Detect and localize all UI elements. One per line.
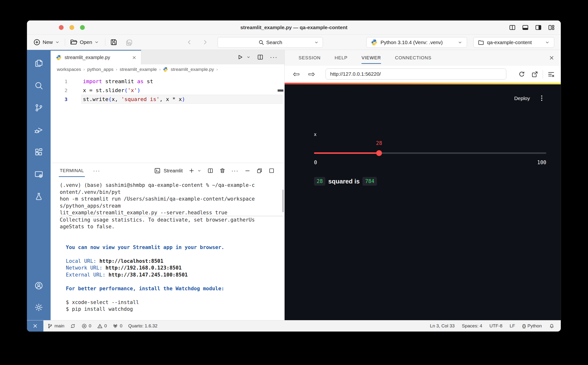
restore-panel-icon[interactable] <box>256 168 263 174</box>
status-item-utf-8[interactable]: UTF-8 <box>490 323 502 329</box>
status-item-ln-3-col-33[interactable]: Ln 3, Col 33 <box>430 323 455 329</box>
search-icon <box>258 40 264 45</box>
status-item-main[interactable]: main <box>47 323 64 329</box>
interpreter-selector[interactable]: Python 3.10.4 (Venv: .venv) <box>366 37 467 48</box>
remote-indicator[interactable] <box>27 320 43 331</box>
breadcrumb-item[interactable]: streamlit_example.py <box>171 67 214 72</box>
status-item-bell[interactable] <box>549 323 554 329</box>
search-label: Search <box>266 40 283 45</box>
split-editor-icon[interactable] <box>257 54 264 61</box>
status-item-0[interactable]: 0 <box>82 323 91 329</box>
open-button[interactable]: Open <box>70 35 99 50</box>
run-icon[interactable] <box>237 54 243 61</box>
open-external-icon[interactable] <box>531 71 538 78</box>
layout-columns-icon[interactable] <box>509 24 516 31</box>
panel-tab-connections[interactable]: CONNECTIONS <box>395 50 431 66</box>
status-item-python[interactable]: {}Python <box>522 323 542 329</box>
sidebar-item-search[interactable] <box>27 75 51 97</box>
console-session-icon <box>34 170 43 179</box>
save-button[interactable] <box>110 35 118 50</box>
status-item-spaces-4[interactable]: Spaces: 4 <box>462 323 483 329</box>
sidebar-item-extensions[interactable] <box>27 141 51 163</box>
status-item-lf[interactable]: LF <box>510 323 515 329</box>
maximize-panel-icon[interactable] <box>269 168 275 174</box>
close-tab-icon[interactable] <box>132 55 137 60</box>
tab-streamlit-example[interactable]: streamlit_example.py <box>51 50 141 64</box>
reload-icon[interactable] <box>518 71 525 78</box>
terminal-line <box>60 292 284 299</box>
history-forward-button[interactable] <box>202 35 208 50</box>
slider-thumb[interactable] <box>376 150 382 156</box>
panel-tab-bar: SESSIONHELPVIEWERCONNECTIONS <box>285 50 561 66</box>
deploy-button[interactable]: Deploy <box>514 95 530 101</box>
save-all-button[interactable] <box>125 35 133 50</box>
code-line[interactable]: 1import streamlit as st <box>51 77 284 86</box>
account-icon <box>34 281 43 290</box>
layout-custom-icon[interactable] <box>548 24 555 31</box>
result-value-badge: 28 <box>314 177 325 186</box>
breadcrumb-item[interactable]: workspaces <box>57 67 81 72</box>
minimize-panel-icon[interactable] <box>244 168 251 174</box>
sidebar-item-console-session[interactable] <box>27 163 51 185</box>
sidebar-item-source-control[interactable] <box>27 97 51 119</box>
status-item-quarto-1-6-32[interactable]: Quarto: 1.6.32 <box>128 323 157 329</box>
back-arrow-icon[interactable]: ⇦ <box>293 69 300 79</box>
trash-icon[interactable] <box>219 168 226 174</box>
explorer-icon <box>34 59 43 68</box>
code-text: import streamlit as st <box>68 78 153 84</box>
history-back-button[interactable] <box>186 35 193 50</box>
line-number: 1 <box>51 79 68 84</box>
slider-fill <box>314 152 379 154</box>
editor-actions: ··· <box>237 50 278 64</box>
sidebar-item-account[interactable] <box>27 275 51 296</box>
project-selector[interactable]: qa-example-content <box>473 37 554 48</box>
forward-arrow-icon[interactable]: ⇨ <box>308 69 315 79</box>
panel-tab-help[interactable]: HELP <box>334 50 347 66</box>
status-item-0[interactable]: 0 <box>97 323 107 329</box>
breadcrumb-item[interactable]: streamlit_example <box>120 67 157 72</box>
slider-track[interactable] <box>314 152 546 154</box>
breadcrumb-separator: › <box>83 67 85 72</box>
code-editor[interactable]: 1import streamlit as st2x = st.slider('x… <box>51 75 284 163</box>
tab-label: streamlit_example.py <box>65 55 110 60</box>
url-input[interactable]: http://127.0.0.1:56220/ <box>325 69 506 80</box>
panel-tab-viewer[interactable]: VIEWER <box>361 50 381 66</box>
status-item-0[interactable]: 0 <box>112 323 122 329</box>
close-panel-icon[interactable] <box>549 50 554 66</box>
code-line[interactable]: 3st.write(x, 'squared is', x * x) <box>51 95 284 104</box>
new-button[interactable]: New <box>33 35 60 50</box>
layout-panel-right-icon[interactable] <box>535 24 542 31</box>
terminal-line: External URL: http://38.147.245.100:8501 <box>60 272 284 278</box>
caret-down-icon <box>545 40 550 45</box>
code-line[interactable]: 2x = st.slider('x') <box>51 86 284 95</box>
terminal-session-label[interactable]: Streamlit <box>164 168 183 174</box>
terminal-more-icon[interactable]: ··· <box>93 167 100 174</box>
sidebar-item-testing[interactable] <box>27 185 51 208</box>
plus-icon[interactable] <box>188 168 195 174</box>
caret-down-icon[interactable] <box>197 168 201 173</box>
sidebar-item-explorer[interactable] <box>27 52 51 75</box>
terminal-scrollbar[interactable] <box>282 190 284 212</box>
new-button-label: New <box>43 39 53 45</box>
breadcrumb-item[interactable]: python_apps <box>87 67 113 72</box>
breadcrumb-separator: › <box>116 67 117 72</box>
terminal-output[interactable]: (.venv) (base) sashimi@shmbp qa-example-… <box>51 178 284 320</box>
split-terminal-icon[interactable] <box>207 168 214 174</box>
plus-circle-icon <box>33 39 41 46</box>
caret-down-icon[interactable] <box>246 55 251 59</box>
terminal-panel-title[interactable]: TERMINAL <box>60 163 84 178</box>
clear-list-icon[interactable] <box>547 70 555 78</box>
status-item-sync[interactable] <box>70 323 76 329</box>
more-ellipsis-icon[interactable]: ··· <box>270 54 278 61</box>
more-ellipsis-icon[interactable]: ··· <box>231 167 239 174</box>
app-menu-icon[interactable] <box>538 94 545 102</box>
sidebar-item-run-debug[interactable] <box>27 119 51 141</box>
search-input[interactable]: Search <box>218 37 323 48</box>
panel-tab-session[interactable]: SESSION <box>298 50 320 66</box>
app-window: streamlit_example.py — qa-example-conten… <box>27 21 561 331</box>
breadcrumb-separator: › <box>159 67 161 72</box>
sidebar-item-settings[interactable] <box>27 296 51 318</box>
terminal-line: s/python_apps/stream <box>60 203 284 210</box>
layout-panel-bottom-icon[interactable] <box>522 24 529 31</box>
caret-down-icon <box>314 40 319 45</box>
